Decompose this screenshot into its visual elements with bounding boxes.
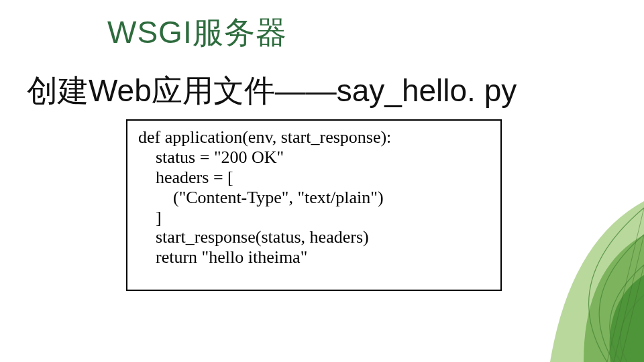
subtitle: 创建Web应用文件——say_hello. py: [27, 70, 517, 112]
page-title: WSGI服务器: [107, 12, 287, 54]
svg-line-1: [614, 235, 644, 362]
svg-line-2: [621, 265, 644, 362]
code-content: def application(env, start_response): st…: [138, 127, 490, 267]
slide: WSGI服务器 创建Web应用文件——say_hello. py def app…: [0, 0, 644, 362]
svg-line-0: [607, 208, 644, 362]
code-box: def application(env, start_response): st…: [126, 119, 502, 291]
